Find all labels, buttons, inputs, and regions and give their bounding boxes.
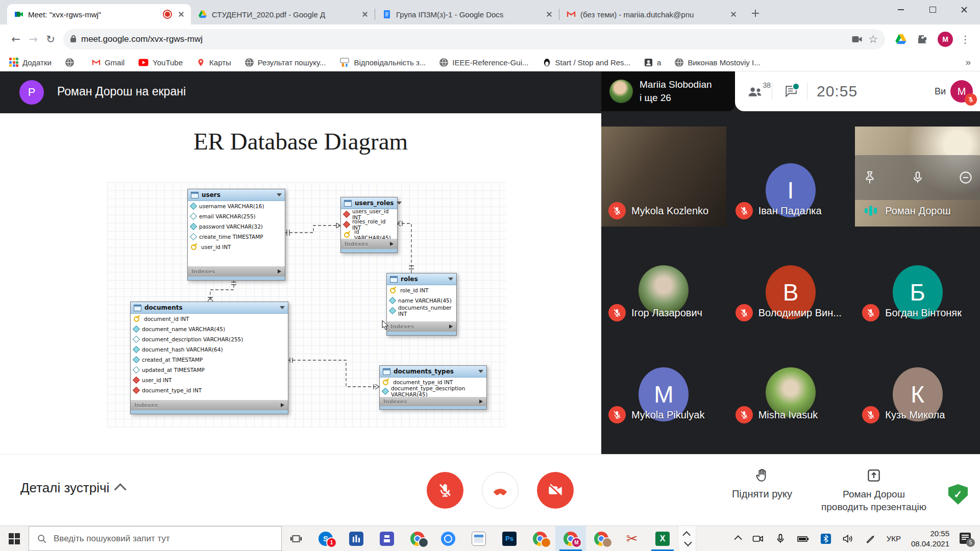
indexes-footer[interactable]: Indexes [380, 397, 486, 406]
bookmark-vykonav[interactable]: Виконав Mostoviy I... [675, 58, 760, 67]
tab-meet[interactable]: Meet: "xvx-rgws-mwj" [7, 4, 191, 24]
expand-arrow-icon[interactable] [281, 403, 284, 407]
mute-participant-button[interactable] [904, 164, 932, 191]
window-minimize-button[interactable] [885, 0, 917, 19]
scroll-down-icon[interactable] [684, 538, 692, 546]
tile-igor-lazarovych[interactable]: Ігор Лазарович [601, 229, 726, 329]
taskbar-scroll-buttons[interactable] [678, 526, 696, 551]
tray-bluetooth-icon[interactable] [820, 533, 831, 544]
tile-mykola-kozlenko[interactable]: Mykola Kozlenko [601, 127, 726, 227]
tab-pdf[interactable]: СТУДЕНТИ_2020.pdf - Google Д [191, 4, 375, 24]
raise-hand-button[interactable]: Підняти руку [719, 468, 805, 500]
tile-mykola-pikulyak[interactable]: M Mykola Pikulyak [601, 331, 726, 431]
taskbar-chrome-profile-2[interactable] [525, 526, 555, 551]
tab-close-icon[interactable] [729, 10, 738, 19]
taskbar-photoshop[interactable]: Ps [494, 526, 525, 551]
bookmark-youtube[interactable]: YouTube [138, 58, 183, 67]
browser-menu-icon[interactable]: ⋮ [958, 33, 973, 45]
url-text[interactable]: meet.google.com/xvx-rgws-mwj [81, 34, 846, 44]
bookmark-star-icon[interactable]: ☆ [868, 33, 878, 45]
tray-battery-icon[interactable] [797, 533, 810, 545]
tab-close-icon[interactable] [177, 10, 186, 19]
er-table-documents-types[interactable]: documents_types document_type_id INT doc… [379, 365, 487, 410]
indexes-footer[interactable]: Indexes [188, 266, 285, 277]
bookmark-gmail[interactable]: Gmail [92, 58, 125, 67]
forward-button[interactable]: → [24, 31, 42, 48]
presenting-status[interactable]: Роман Дорош проводить презентацію [807, 468, 940, 513]
taskbar-chrome-profile-1[interactable] [402, 526, 433, 551]
collapse-caret-icon[interactable] [478, 370, 483, 373]
table-header[interactable]: documents [131, 302, 288, 314]
bookmark-a[interactable]: a [644, 58, 661, 67]
you-avatar[interactable]: M [950, 80, 973, 103]
taskbar-save-app[interactable] [372, 526, 402, 551]
bookmark-ieee[interactable]: IEEE-Reference-Gui... [439, 58, 528, 67]
bookmark-start-stop[interactable]: Start / Stop and Res... [543, 58, 631, 67]
extensions-puzzle-icon[interactable] [916, 33, 928, 45]
window-maximize-button[interactable] [917, 0, 948, 19]
taskbar-excel[interactable]: X [647, 526, 678, 551]
camera-icon[interactable] [851, 33, 863, 45]
tab-docs[interactable]: Група ІПЗМ(з)-1 - Google Docs [375, 4, 559, 24]
hang-up-button[interactable] [482, 472, 519, 509]
er-table-documents[interactable]: documents document_id INT document_name … [130, 302, 288, 414]
bookmark-globe[interactable] [65, 58, 78, 67]
expand-arrow-icon[interactable] [278, 269, 281, 273]
taskbar-video-call-app[interactable] [433, 526, 463, 551]
participants-button[interactable]: 38 [747, 85, 763, 97]
indexes-footer[interactable]: Indexes [131, 400, 288, 410]
tray-pen-icon[interactable] [864, 533, 876, 545]
er-table-users-roles[interactable]: users_roles users_user_id INT roles_role… [340, 197, 398, 253]
collapse-caret-icon[interactable] [280, 306, 285, 309]
collapse-caret-icon[interactable] [397, 202, 402, 205]
notification-center-button[interactable]: 5 [960, 533, 973, 545]
reload-button[interactable]: ↻ [42, 31, 59, 48]
safety-shield-icon[interactable]: ✓ [948, 484, 968, 505]
bookmark-apps[interactable]: Додатки [9, 58, 52, 67]
expand-arrow-icon[interactable] [479, 399, 483, 404]
taskbar-chrome-profile-3[interactable]: M [555, 526, 586, 551]
table-header[interactable]: users [188, 189, 285, 201]
profile-avatar[interactable]: M [938, 32, 953, 47]
bookmark-responsibility[interactable]: Відповідальність з... [339, 58, 426, 67]
expand-arrow-icon[interactable] [449, 324, 453, 329]
new-tab-button[interactable] [748, 6, 763, 20]
tray-volume-icon[interactable] [842, 533, 854, 545]
camera-toggle-button[interactable] [537, 472, 574, 509]
taskbar-chrome-profile-4[interactable] [586, 526, 617, 551]
scroll-up-icon[interactable] [682, 531, 691, 539]
bookmarks-overflow-chevron[interactable]: » [965, 57, 971, 68]
tab-close-icon[interactable] [545, 10, 554, 19]
chat-button[interactable] [785, 85, 798, 98]
taskbar-snipping-tool[interactable]: ✂ [617, 526, 647, 551]
bookmark-search-result[interactable]: Результат пошуку... [245, 58, 326, 67]
bookmark-maps[interactable]: Карты [197, 58, 231, 67]
tab-gmail[interactable]: (без теми) - mariia.dutchak@pnu [559, 4, 743, 24]
tile-roman-dorosh[interactable]: Роман Дорош [855, 127, 980, 227]
collapse-caret-icon[interactable] [277, 193, 282, 196]
remove-participant-button[interactable] [952, 164, 979, 191]
indexes-footer[interactable]: Indexes [387, 321, 456, 332]
taskbar-messenger-app[interactable]: S 1 [310, 526, 341, 551]
task-view-button[interactable] [282, 526, 310, 551]
drive-shortcut-icon[interactable] [895, 33, 907, 45]
expand-arrow-icon[interactable] [390, 242, 394, 246]
pin-participant-button[interactable] [856, 164, 884, 191]
taskbar-equalizer-app[interactable] [341, 526, 372, 551]
tray-mic-icon[interactable] [774, 533, 787, 545]
er-table-roles[interactable]: roles role_id INT name VARCHAR(45) docum… [386, 273, 457, 336]
taskbar-search-box[interactable]: Введіть пошуковий запит тут [29, 526, 282, 551]
tray-expand-chevron-icon[interactable] [734, 535, 742, 543]
tile-kuz-mykola[interactable]: К Кузь Микола [855, 331, 980, 431]
meeting-details-button[interactable]: Деталі зустрічі [20, 480, 126, 496]
tab-close-icon[interactable] [360, 10, 370, 19]
tray-camera-icon[interactable] [752, 533, 764, 545]
indexes-footer[interactable]: Indexes [341, 239, 397, 249]
back-button[interactable]: ← [7, 31, 24, 48]
table-header[interactable]: users_roles [341, 197, 397, 209]
tile-misha-ivasuk[interactable]: Misha Ivasuk [728, 331, 853, 431]
table-header[interactable]: roles [387, 273, 456, 285]
start-button[interactable] [0, 526, 29, 551]
taskbar-window-app[interactable] [463, 526, 494, 551]
tile-ivan-padalka[interactable]: І Іван Падалка [728, 127, 853, 227]
